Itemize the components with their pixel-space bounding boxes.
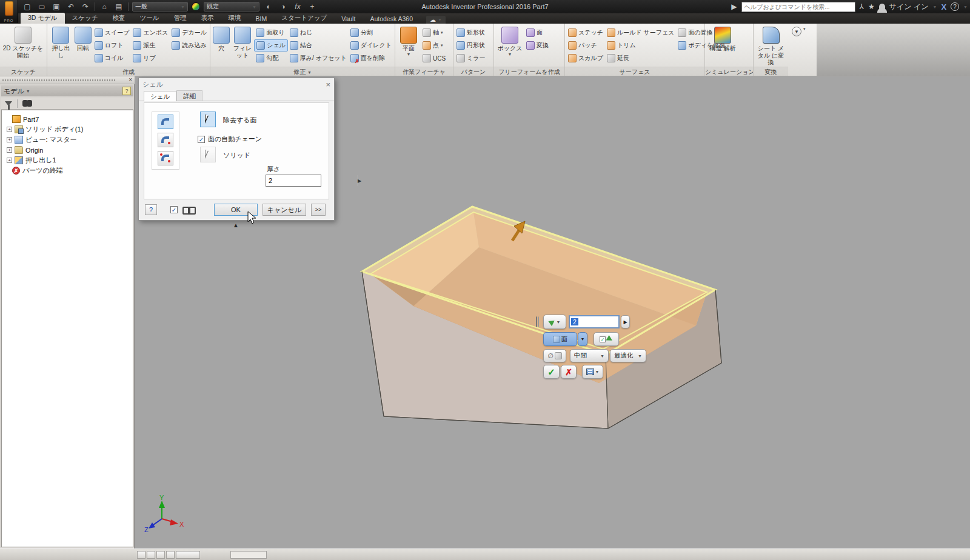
point-button[interactable]: 点▾ [421, 39, 447, 52]
add-icon[interactable]: + [307, 2, 318, 12]
minitoolbar-collapse-arrow[interactable]: ▲ [233, 222, 239, 228]
chamfer-button[interactable]: 面取り [254, 27, 288, 39]
ribbon-collapse-button[interactable]: ▼ ▾ [788, 24, 809, 76]
group-label-modify[interactable]: 修正 ▼ [210, 67, 395, 76]
mtb-spinner-button[interactable]: ▶ [621, 315, 630, 328]
mtb-apply-button[interactable]: ✓ [543, 365, 560, 379]
stitch-button[interactable]: ステッチ [566, 27, 605, 39]
tree-item-part7[interactable]: Part7 [3, 114, 132, 124]
close-icon[interactable]: × [326, 80, 330, 89]
sweep-button[interactable]: スイープ [93, 27, 132, 39]
tab-detail[interactable]: 詳細 [176, 90, 202, 101]
plane-button[interactable]: 平面 ▼ [397, 25, 420, 58]
minitoolbar-grip[interactable] [536, 316, 539, 327]
parameters-fx-icon[interactable]: fx [292, 2, 303, 12]
help-search-input[interactable] [741, 2, 855, 12]
coil-button[interactable]: コイル [93, 52, 132, 64]
tree-item-end-of-part[interactable]: ✗ パーツの終端 [3, 165, 132, 176]
delete-face-button[interactable]: 面を削除 [349, 52, 393, 64]
new-file-icon[interactable]: ▢ [22, 2, 33, 12]
axis-button[interactable]: 軸▾ [421, 27, 447, 39]
search-icon[interactable] [22, 100, 32, 107]
tab-getstarted[interactable]: スタートアップ [274, 13, 334, 24]
decal-button[interactable]: デカール [170, 27, 209, 39]
ruled-surface-button[interactable]: ルールド サーフェス [605, 27, 676, 39]
box-button[interactable]: ボックス ▼ [496, 25, 524, 58]
expand-icon[interactable]: + [7, 147, 12, 153]
home-view-icon[interactable]: ⌂ [99, 2, 110, 12]
mtb-face-button[interactable]: 面 [543, 332, 577, 346]
tree-item-solid-bodies[interactable]: + ソリッド ボディ(1) [3, 124, 132, 135]
mtb-direction-button[interactable]: ▼ [543, 315, 566, 329]
mtb-menu-button[interactable]: ▼ [582, 365, 603, 379]
draft-button[interactable]: 勾配 [254, 52, 288, 64]
undo-icon[interactable]: ↶ [65, 2, 76, 12]
combine-button[interactable]: 結合 [288, 39, 349, 52]
status-segment[interactable] [156, 551, 165, 559]
tab-environments[interactable]: 環境 [221, 13, 249, 24]
sculpt-button[interactable]: スカルプ [566, 52, 605, 64]
revolve-button[interactable]: 回転 [74, 25, 92, 53]
mtb-face-dropdown[interactable]: ▼ [578, 332, 587, 346]
dialog-help-button[interactable]: ? [145, 204, 157, 215]
tab-sketch[interactable]: スケッチ [65, 13, 105, 24]
collapse-search-icon[interactable]: ▶ [731, 2, 737, 11]
start-2d-sketch-button[interactable]: 2D スケッチを開始 [2, 25, 44, 60]
derive-button[interactable]: 派生 [131, 39, 170, 52]
thickness-input[interactable] [266, 175, 357, 186]
shell-inside-button[interactable] [158, 115, 173, 129]
mtb-flip-button[interactable]: ✓ [594, 332, 619, 346]
open-file-icon[interactable]: ▭ [36, 2, 47, 12]
tab-tools[interactable]: ツール [133, 13, 167, 24]
tab-inspect[interactable]: 検査 [105, 13, 133, 24]
status-segment[interactable] [166, 551, 175, 559]
mtb-cancel-button[interactable]: ✗ [561, 365, 577, 379]
circular-pattern-button[interactable]: 円形状 [455, 39, 487, 52]
stress-analysis-button[interactable]: 構造 解析 [707, 25, 738, 53]
shell-both-button[interactable] [158, 151, 173, 165]
tab-a360[interactable]: Autodesk A360 [363, 14, 420, 24]
hole-button[interactable]: 穴 [212, 25, 230, 53]
rectangular-pattern-button[interactable]: 矩形状 [455, 27, 487, 39]
chevron-right-icon[interactable]: ▶ [357, 175, 361, 186]
screen-icon[interactable]: ▤ [113, 2, 124, 12]
fillet-button[interactable]: フィレット [232, 25, 253, 60]
tab-bim[interactable]: BIM [249, 14, 275, 24]
mirror-button[interactable]: ミラー [455, 52, 487, 64]
status-segment[interactable] [137, 551, 146, 559]
expand-icon[interactable]: + [7, 158, 12, 163]
tab-manage[interactable]: 管理 [167, 13, 194, 24]
appearance-dropdown[interactable]: 既定 ▼ [204, 2, 259, 12]
mtb-options-button[interactable]: ∅ [543, 349, 566, 362]
sheet-metal-button[interactable]: シート メタル に変換 [755, 25, 786, 67]
app-logo[interactable]: PRO [0, 0, 18, 23]
solids-pick-button[interactable] [200, 147, 216, 162]
mtb-thickness-field[interactable]: 2 [569, 315, 620, 328]
tab-vault[interactable]: Vault [334, 14, 363, 24]
emboss-button[interactable]: エンボス [131, 27, 170, 39]
browser-help-icon[interactable]: ? [122, 87, 131, 95]
search-go-icon[interactable]: ⅄ [860, 2, 864, 11]
extrude-button[interactable]: 押し出し [49, 25, 73, 60]
close-icon[interactable]: × [129, 76, 132, 83]
tree-item-extrusion1[interactable]: + 押し出し1 [3, 155, 132, 165]
thread-button[interactable]: ねじ [288, 27, 349, 39]
chevron-down-icon[interactable]: ▼ [932, 5, 937, 9]
expand-icon[interactable]: + [7, 137, 12, 142]
cancel-button[interactable]: キャンセル [263, 204, 306, 216]
mtb-quality-dropdown[interactable]: 中間 ▼ [570, 349, 609, 362]
loft-button[interactable]: ロフト [93, 39, 132, 52]
status-segment[interactable] [230, 551, 267, 559]
cloud-button[interactable]: ☁ ▼ [426, 16, 446, 24]
sign-in-label[interactable]: サイン イン [889, 2, 929, 12]
preview-checkbox[interactable]: ✓ [170, 206, 178, 213]
expand-icon[interactable]: + [7, 127, 12, 132]
filter-icon[interactable] [5, 101, 12, 106]
auto-face-chain-checkbox[interactable]: ✓ 面の自動チェーン [198, 135, 262, 144]
shell-button[interactable]: シェル [254, 39, 288, 52]
patch-button[interactable]: パッチ [566, 39, 605, 52]
tree-item-origin[interactable]: + Origin [3, 145, 132, 155]
tab-shell[interactable]: シェル [144, 91, 176, 101]
tab-view[interactable]: 表示 [194, 13, 221, 24]
trim-button[interactable]: トリム [605, 39, 676, 52]
